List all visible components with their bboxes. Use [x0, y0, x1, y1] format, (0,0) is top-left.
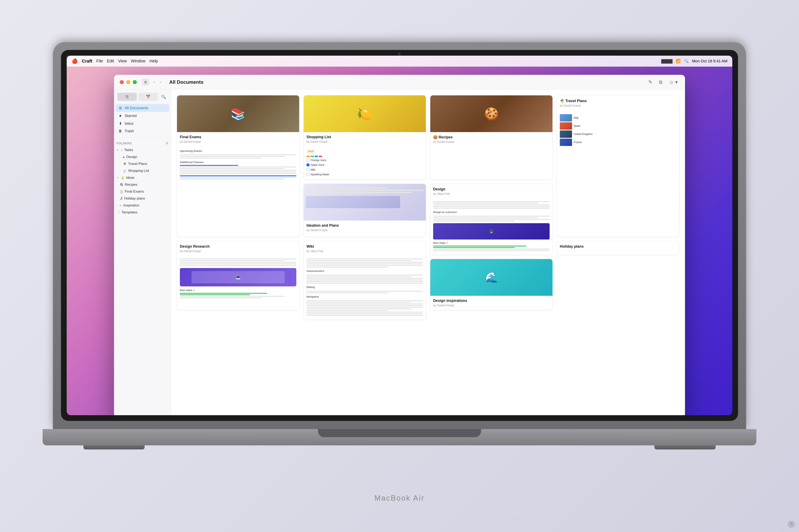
window-maximize-button[interactable] [133, 80, 137, 84]
travel-item-uk: United Kingdom [560, 130, 676, 138]
final-exams-author: by Daniel Korpai [180, 140, 296, 143]
share-button[interactable]: ⧉ [657, 78, 664, 86]
folder-item-design[interactable]: › ◈ Design [114, 153, 171, 160]
macbook-outer: 🍎 Craft File Edit View Window Help ▓▓▓▓ … [53, 42, 746, 490]
window-minimize-button[interactable] [126, 80, 130, 84]
travel-item-italy: Italy [560, 114, 676, 121]
folder-shopping-list-label: Shopping List [128, 169, 149, 173]
france-thumb [560, 139, 572, 146]
folder-item-final-exams[interactable]: 📋 Final Exams [114, 188, 171, 195]
design-title: Design [433, 187, 550, 191]
doc-card-wiki[interactable]: Wiki by Viktor Pali [303, 241, 426, 320]
sidebar-toggle-button[interactable]: ⊞ [142, 78, 149, 86]
nav-back-button[interactable]: ‹ [151, 78, 157, 86]
doc-card-holiday-plans[interactable]: Holiday plans [557, 241, 679, 255]
ideation-thumbnail [304, 184, 426, 221]
design-body: Design by Viktor Pali [430, 184, 553, 198]
final-exams-title: Final Exams [180, 135, 296, 139]
user-button[interactable]: ☺ ▾ [667, 78, 679, 86]
travel-plans-content: Italy Spain [557, 110, 679, 150]
nav-forward-button[interactable]: › [158, 78, 163, 86]
content-area: 📚 Final Exams by Daniel Korpai Upco [171, 90, 685, 415]
folder-item-shopping-list[interactable]: 🛒 Shopping List [114, 167, 171, 174]
doc-card-design[interactable]: Design by Viktor Pali [430, 184, 553, 255]
screen: 🍎 Craft File Edit View Window Help ▓▓▓▓ … [67, 56, 732, 415]
menu-file[interactable]: File [96, 59, 103, 63]
ideation-body: Ideation and Plans by Daniel Korpai [304, 221, 426, 234]
design-inspirations-title: Design inspirations [433, 299, 550, 303]
window-actions: ✎ ⧉ ☺ ▾ [647, 78, 679, 86]
sidebar-nav: ⊞ All Documents ★ Starred ⬇ [114, 102, 171, 137]
design-research-title: Design Research [180, 244, 296, 249]
folder-item-templates[interactable]: 📄 Templates [114, 209, 171, 216]
folders-list: ▼ ≡ Tasks › ◈ Design [114, 146, 171, 216]
tasks-chevron-icon: ▼ [116, 149, 119, 151]
window-close-button[interactable] [120, 80, 124, 84]
folder-item-tasks[interactable]: ▼ ≡ Tasks [114, 147, 171, 153]
trash-icon: 🗑 [118, 129, 123, 133]
folder-item-recipes[interactable]: 🍳 Recipes [114, 181, 171, 188]
search-icon[interactable]: 🔍 [684, 59, 689, 63]
design-inspirations-body: Design inspirations by Daniel Korpai [430, 296, 553, 310]
ideation-title: Ideation and Plans [306, 223, 423, 228]
window-title: All Documents [169, 79, 204, 85]
doc-card-final-exams[interactable]: 📚 Final Exams by Daniel Korpai Upco [177, 95, 299, 237]
sidebar-item-trash[interactable]: 🗑 Trash [116, 127, 169, 135]
folder-item-ideas[interactable]: ▼ 💡 Ideas [114, 174, 171, 181]
macbook-notch [318, 429, 481, 437]
recipes-thumbnail: 🍪 [430, 95, 553, 132]
sidebar-search-button[interactable]: 🔍 [160, 93, 168, 101]
menu-bar-left: 🍎 Craft File Edit View Window Help [72, 58, 656, 64]
menu-view[interactable]: View [118, 59, 127, 63]
travel-item-spain: Spain [560, 122, 676, 130]
folder-item-holiday-plans[interactable]: 🏖 Holiday plans [114, 195, 171, 202]
folder-item-travel-plans[interactable]: 🌴 Travel Plans [114, 160, 171, 167]
holiday-plans-body: Holiday plans [557, 241, 679, 252]
doc-card-recipes[interactable]: 🍪 🍪 Recipes by Daniel Korpai [430, 95, 553, 179]
new-document-button[interactable]: ✎ [647, 78, 654, 86]
menu-help[interactable]: Help [149, 59, 158, 63]
wiki-author: by Viktor Pali [306, 249, 423, 253]
design-inspirations-author: by Daniel Korpai [433, 304, 550, 307]
inspiration-chevron-icon: › [116, 204, 117, 207]
shopping-list-title: Shopping List [306, 135, 423, 139]
apple-logo-icon[interactable]: 🍎 [72, 58, 78, 64]
sidebar-calendar-view-button[interactable]: 📅 [138, 93, 158, 101]
folders-label: Folders [116, 141, 132, 145]
app-name: Craft [82, 58, 92, 64]
battery-icon: ▓▓▓▓ [661, 59, 672, 63]
window-body: ☰ 📅 🔍 ⊞ All Documents [114, 90, 685, 415]
inbox-icon: ⬇ [118, 121, 123, 126]
macbook-foot-left [83, 445, 145, 450]
sidebar-list-view-button[interactable]: ☰ [117, 93, 137, 101]
sidebar-item-starred-label: Starred [125, 114, 137, 118]
doc-card-design-research[interactable]: Design Research by Daniel Korpai [177, 241, 299, 310]
macbook-foot-right [654, 445, 716, 450]
recipes-title: 🍪 Recipes [433, 135, 550, 139]
doc-card-shopping-list[interactable]: 🍋 Shopping List by Daniel Korpai [303, 95, 426, 179]
menu-window[interactable]: Window [131, 59, 145, 63]
doc-card-design-inspirations[interactable]: 🌊 Design inspirations by Daniel Korpai [430, 259, 553, 310]
design-content: Design as a process 🖥️ Next steps ✓ [430, 198, 553, 254]
folder-item-inspiration[interactable]: › ✦ Inspiration [114, 202, 171, 209]
sidebar-item-inbox[interactable]: ⬇ Inbox [116, 120, 169, 127]
sidebar-item-trash-label: Trash [125, 129, 134, 133]
documents-grid: 📚 Final Exams by Daniel Korpai Upco [177, 95, 679, 320]
shopping-checklist: Orange Juice Apple Juice Milk Sparkling … [306, 158, 423, 176]
sidebar-top: ☰ 📅 🔍 [114, 90, 171, 102]
travel-item-france: France [560, 139, 676, 146]
sidebar-toggle-icon: ⊞ [144, 80, 147, 84]
sidebar-item-starred[interactable]: ★ Starred [116, 112, 169, 120]
shopping-list-thumbnail: 🍋 [304, 95, 426, 132]
window-titlebar: ⊞ ‹ › All Documents ✎ [114, 75, 685, 90]
screen-bezel: 🍎 Craft File Edit View Window Help ▓▓▓▓ … [61, 50, 738, 421]
ideation-author: by Daniel Korpai [306, 228, 423, 232]
app-window: ⊞ ‹ › All Documents ✎ [114, 75, 685, 415]
menu-edit[interactable]: Edit [107, 59, 114, 63]
macbook-base [43, 429, 756, 445]
sidebar-item-all-documents[interactable]: ⊞ All Documents [116, 104, 169, 112]
doc-card-ideation-plans[interactable]: Ideation and Plans by Daniel Korpai [303, 184, 426, 237]
add-folder-button[interactable]: ⊕ [165, 141, 168, 145]
folder-inspiration-label: Inspiration [123, 204, 139, 208]
doc-card-travel-plans[interactable]: 🌴 Travel Plans by Daniel Korpai [557, 95, 679, 237]
